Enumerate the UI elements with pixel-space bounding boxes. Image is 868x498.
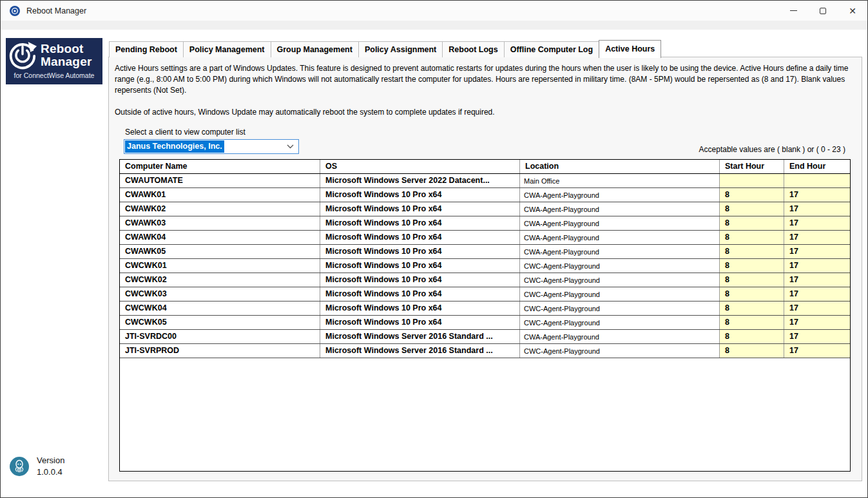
hour-cell[interactable]: 17 xyxy=(784,273,850,287)
client-dropdown-selected-value: Janus Technologies, Inc. xyxy=(125,140,224,153)
table-cell: CWC-Agent-Playground xyxy=(520,287,720,301)
version-value: 1.0.0.4 xyxy=(37,466,64,478)
client-dropdown[interactable]: Janus Technologies, Inc. xyxy=(124,139,299,154)
table-row[interactable]: JTI-SVRPRODMicrosoft Windows Server 2016… xyxy=(120,344,850,358)
logo-subtitle: for ConnectWise Automate xyxy=(6,72,102,79)
table-cell: CWC-Agent-Playground xyxy=(520,344,720,358)
app-icon xyxy=(10,6,20,16)
table-cell: CWA-Agent-Playground xyxy=(520,231,720,244)
table-cell: Microsoft Windows 10 Pro x64 xyxy=(320,273,520,287)
hour-cell[interactable]: 8 xyxy=(720,316,784,329)
column-header-computer-name[interactable]: Computer Name xyxy=(120,160,320,173)
table-cell: Microsoft Windows Server 2016 Standard .… xyxy=(320,344,520,358)
hour-cell[interactable]: 8 xyxy=(720,273,784,287)
table-row[interactable]: CWCWK01Microsoft Windows 10 Pro x64CWC-A… xyxy=(120,259,850,273)
hour-cell[interactable] xyxy=(720,174,784,187)
table-row[interactable]: CWAWK02Microsoft Windows 10 Pro x64CWA-A… xyxy=(120,202,850,216)
hour-cell[interactable]: 8 xyxy=(720,216,784,230)
hour-cell[interactable]: 17 xyxy=(784,302,850,315)
hour-cell[interactable]: 8 xyxy=(720,302,784,315)
table-row[interactable]: CWAWK01Microsoft Windows 10 Pro x64CWA-A… xyxy=(120,188,850,202)
minimize-icon xyxy=(790,10,797,11)
close-button[interactable]: ✕ xyxy=(838,1,867,21)
hour-cell[interactable]: 17 xyxy=(784,259,850,273)
column-header-location[interactable]: Location xyxy=(520,160,720,173)
table-row[interactable]: JTI-SVRDC00Microsoft Windows Server 2016… xyxy=(120,330,850,344)
tab-group-management[interactable]: Group Management xyxy=(271,41,359,57)
tab-policy-assignment[interactable]: Policy Assignment xyxy=(358,41,443,57)
description-paragraph-2: Outside of active hours, Windows Update … xyxy=(115,107,849,118)
hour-cell[interactable]: 8 xyxy=(720,330,784,343)
hour-cell[interactable]: 8 xyxy=(720,202,784,216)
version-label: Version xyxy=(37,455,64,466)
table-row[interactable]: CWAWK05Microsoft Windows 10 Pro x64CWA-A… xyxy=(120,245,850,259)
tab-active-hours[interactable]: Active Hours xyxy=(599,40,661,58)
table-row[interactable]: CWAUTOMATEMicrosoft Windows Server 2022 … xyxy=(120,174,850,188)
column-header-end-hour[interactable]: End Hour xyxy=(784,160,850,173)
table-cell: CWAWK04 xyxy=(120,231,320,244)
table-cell: CWAUTOMATE xyxy=(120,174,320,187)
computers-table: Computer NameOSLocationStart HourEnd Hou… xyxy=(119,159,851,472)
table-cell: CWA-Agent-Playground xyxy=(520,188,720,202)
hour-cell[interactable] xyxy=(784,174,850,187)
table-cell: CWCWK05 xyxy=(120,316,320,329)
table-cell: CWAWK02 xyxy=(120,202,320,216)
table-cell: Microsoft Windows 10 Pro x64 xyxy=(320,316,520,329)
table-cell: JTI-SVRPROD xyxy=(120,344,320,358)
hour-cell[interactable]: 8 xyxy=(720,344,784,358)
table-cell: Microsoft Windows 10 Pro x64 xyxy=(320,188,520,202)
table-cell: CWCWK01 xyxy=(120,259,320,273)
titlebar: Reboot Manager ✕ xyxy=(1,1,867,21)
hour-cell[interactable]: 17 xyxy=(784,216,850,230)
table-cell: Microsoft Windows 10 Pro x64 xyxy=(320,245,520,258)
hour-cell[interactable]: 17 xyxy=(784,287,850,301)
table-cell: JTI-SVRDC00 xyxy=(120,330,320,343)
table-row[interactable]: CWCWK02Microsoft Windows 10 Pro x64CWC-A… xyxy=(120,273,850,287)
table-cell: CWA-Agent-Playground xyxy=(520,202,720,216)
table-cell: Microsoft Windows 10 Pro x64 xyxy=(320,259,520,273)
description-paragraph-1: Active Hours settings are a part of Wind… xyxy=(115,63,849,96)
maximize-icon xyxy=(820,8,826,14)
hour-cell[interactable]: 8 xyxy=(720,287,784,301)
column-header-os[interactable]: OS xyxy=(320,160,520,173)
table-cell: Main Office xyxy=(520,174,720,187)
minimize-button[interactable] xyxy=(778,1,808,21)
tab-offline-computer-log[interactable]: Offline Computer Log xyxy=(504,41,599,57)
tab-policy-management[interactable]: Policy Management xyxy=(183,41,271,57)
table-cell: CWCWK02 xyxy=(120,273,320,287)
table-body: CWAUTOMATEMicrosoft Windows Server 2022 … xyxy=(120,174,850,358)
table-row[interactable]: CWAWK03Microsoft Windows 10 Pro x64CWA-A… xyxy=(120,216,850,231)
hour-cell[interactable]: 8 xyxy=(720,188,784,202)
version-block: Version 1.0.0.4 xyxy=(10,455,64,478)
table-row[interactable]: CWCWK05Microsoft Windows 10 Pro x64CWC-A… xyxy=(120,316,850,330)
hour-cell[interactable]: 17 xyxy=(784,330,850,343)
hour-cell[interactable]: 17 xyxy=(784,245,850,258)
hour-cell[interactable]: 8 xyxy=(720,231,784,244)
hour-cell[interactable]: 8 xyxy=(720,259,784,273)
table-cell: CWA-Agent-Playground xyxy=(520,330,720,343)
hour-cell[interactable]: 17 xyxy=(784,316,850,329)
table-row[interactable]: CWCWK03Microsoft Windows 10 Pro x64CWC-A… xyxy=(120,287,850,302)
table-cell: Microsoft Windows 10 Pro x64 xyxy=(320,202,520,216)
tab-pending-reboot[interactable]: Pending Reboot xyxy=(109,41,184,57)
table-cell: CWAWK03 xyxy=(120,216,320,230)
table-cell: CWAWK05 xyxy=(120,245,320,258)
hour-cell[interactable]: 17 xyxy=(784,188,850,202)
menu-strip xyxy=(1,21,867,30)
column-header-start-hour[interactable]: Start Hour xyxy=(720,160,784,173)
table-cell: CWC-Agent-Playground xyxy=(520,316,720,329)
table-cell: Microsoft Windows 10 Pro x64 xyxy=(320,302,520,315)
table-cell: Microsoft Windows 10 Pro x64 xyxy=(320,231,520,244)
hour-cell[interactable]: 17 xyxy=(784,344,850,358)
window-title: Reboot Manager xyxy=(26,6,86,15)
hour-cell[interactable]: 17 xyxy=(784,231,850,244)
table-row[interactable]: CWCWK04Microsoft Windows 10 Pro x64CWC-A… xyxy=(120,302,850,316)
table-row[interactable]: CWAWK04Microsoft Windows 10 Pro x64CWA-A… xyxy=(120,231,850,245)
table-cell: CWCWK04 xyxy=(120,302,320,315)
hour-cell[interactable]: 17 xyxy=(784,202,850,216)
table-cell: Microsoft Windows 10 Pro x64 xyxy=(320,287,520,301)
maximize-button[interactable] xyxy=(808,1,838,21)
table-cell: CWC-Agent-Playground xyxy=(520,302,720,315)
hour-cell[interactable]: 8 xyxy=(720,245,784,258)
tab-reboot-logs[interactable]: Reboot Logs xyxy=(442,41,504,57)
